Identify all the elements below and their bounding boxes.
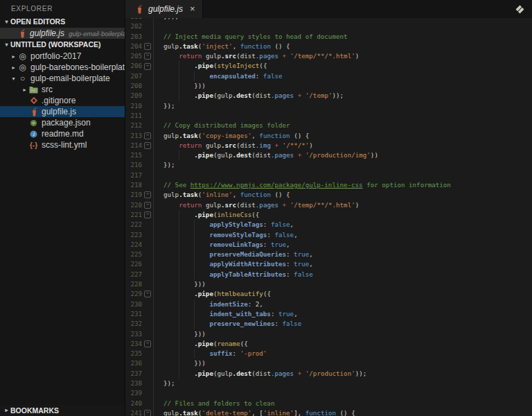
fold-gutter: −	[142, 131, 153, 141]
code-line[interactable]: 219−gulp.task('inline', function () {	[125, 190, 532, 200]
code-line[interactable]: 226 applyWidthAttributes: true,	[125, 259, 532, 269]
code-line[interactable]: 204−gulp.task('inject', function () {	[125, 42, 532, 51]
code-line[interactable]: 217	[125, 171, 532, 180]
fold-gutter	[142, 71, 153, 81]
fold-icon[interactable]: −	[144, 132, 151, 139]
fold-icon[interactable]: −	[144, 340, 151, 347]
open-editors-header[interactable]: ▾ OPEN EDITORS	[0, 16, 125, 28]
chevron-down-icon: ▾	[3, 39, 10, 51]
code-line[interactable]: 229− .pipe(htmlbeautify({	[125, 289, 532, 299]
code-line[interactable]: 207 encapsulated: false	[125, 71, 532, 81]
indent-guide	[179, 319, 179, 329]
code-line[interactable]: 220− return gulp.src(dist.pages + '/temp…	[125, 200, 532, 210]
tree-item-scss-lint-yml[interactable]: {-}scss-lint.yml	[0, 139, 125, 150]
workspace-header[interactable]: ▾ UNTITLED (WORKSPACE)	[0, 39, 125, 51]
tree-item-readme-md[interactable]: ireadme.md	[0, 128, 125, 139]
code-text: gulp.task('delete-temp', ['inline'], fun…	[153, 408, 532, 416]
code-line[interactable]: 213−gulp.task('copy-images', function ()…	[125, 131, 532, 141]
code-line[interactable]: 236 }))	[125, 358, 532, 368]
tab-gulpfile[interactable]: gulpfile.js ×	[125, 0, 203, 18]
chevron-right-icon[interactable]: ▸	[10, 53, 17, 60]
code-line[interactable]: 221− .pipe(inlineCss({	[125, 210, 532, 220]
fold-gutter: −	[142, 141, 153, 150]
tree-item-src[interactable]: ▸src	[0, 84, 125, 95]
code-line[interactable]: 235 suffix: '-prod'	[125, 349, 532, 358]
code-line[interactable]: 230 indentSize: 2,	[125, 300, 532, 309]
code-text: }))	[153, 279, 532, 289]
editor-actions	[515, 0, 532, 18]
code-line[interactable]: 216});	[125, 160, 532, 170]
indent-guide	[179, 150, 179, 160]
code-line[interactable]: 212// Copy distributed images folder	[125, 121, 532, 130]
fold-icon[interactable]: −	[144, 291, 151, 297]
tree-item-gulp-barebones-boilerplate[interactable]: ▸◎gulp-barebones-boilerplate	[0, 62, 125, 73]
code-line[interactable]: 208 }))	[125, 81, 532, 91]
fold-icon[interactable]: −	[144, 410, 151, 416]
code-line[interactable]: 223 removeStyleTags: false,	[125, 230, 532, 240]
fold-icon[interactable]: −	[144, 211, 151, 218]
indent-guide	[179, 300, 179, 309]
code-editor[interactable]: 201}));202203// Inject media query style…	[125, 18, 532, 416]
file-label: src	[42, 85, 53, 94]
line-number: 208	[125, 81, 142, 91]
line-number: 217	[125, 171, 142, 180]
chevron-down-icon[interactable]: ▾	[10, 76, 17, 82]
code-line[interactable]: 224 removeLinkTags: true,	[125, 240, 532, 250]
code-line[interactable]: 205− return gulp.src(dist.pages + '/temp…	[125, 51, 532, 61]
code-line[interactable]: 222 applyStyleTags: false,	[125, 220, 532, 229]
tree-item--gitignore[interactable]: .gitignore	[0, 95, 125, 106]
fold-icon[interactable]: −	[144, 142, 151, 149]
open-editor-item-gulpfile[interactable]: gulpfile.js gulp-email-boilerplate	[0, 28, 125, 39]
indent-guide	[194, 240, 195, 250]
code-line[interactable]: 237 .pipe(gulp.dest(dist.pages + '/produ…	[125, 369, 532, 379]
code-line[interactable]: 225 preserveMediaQueries: true,	[125, 250, 532, 259]
line-number: 212	[125, 121, 142, 130]
chevron-right-icon[interactable]: ▸	[10, 64, 17, 71]
code-line[interactable]: 231 indent_with_tabs: true,	[125, 309, 532, 319]
line-number: 224	[125, 240, 142, 250]
code-line[interactable]: 238});	[125, 379, 532, 388]
line-number: 218	[125, 180, 142, 190]
code-line[interactable]: 239	[125, 388, 532, 398]
bookmarks-header[interactable]: ▸ BOOKMARKS	[0, 405, 125, 416]
file-label: readme.md	[42, 129, 84, 139]
indent-guide	[179, 349, 179, 358]
code-line[interactable]: 234− .pipe(rename({	[125, 339, 532, 349]
fold-icon[interactable]: −	[144, 53, 151, 60]
code-line[interactable]: 227 applyTableAttributes: false	[125, 270, 532, 279]
fold-gutter: −	[142, 200, 153, 210]
fold-icon[interactable]: −	[144, 43, 151, 50]
code-lines: 201}));202203// Inject media query style…	[125, 18, 532, 416]
code-line[interactable]: 241−gulp.task('delete-temp', ['inline'],…	[125, 408, 532, 416]
fold-icon[interactable]: −	[144, 191, 151, 198]
code-line[interactable]: 240// Files and folders to clean	[125, 399, 532, 408]
code-line[interactable]: 202	[125, 21, 532, 31]
tree-item-gulpfile-js[interactable]: gulpfile.js	[0, 106, 125, 117]
fold-icon[interactable]: −	[144, 63, 151, 70]
indent-guide	[194, 71, 195, 81]
code-line[interactable]: 206− .pipe(styleInject({	[125, 61, 532, 71]
git-icon	[28, 96, 39, 105]
code-line[interactable]: 210});	[125, 101, 532, 111]
line-number: 219	[125, 190, 142, 200]
code-line[interactable]: 218// See https://www.npmjs.com/package/…	[125, 180, 532, 190]
close-icon[interactable]: ×	[190, 5, 195, 13]
code-line[interactable]: 203// Inject media query styles to head …	[125, 32, 532, 42]
indent-guide	[179, 329, 179, 339]
bookmarks-label: BOOKMARKS	[10, 405, 59, 416]
split-editor-icon[interactable]	[515, 5, 525, 14]
chevron-right-icon[interactable]: ▸	[21, 87, 28, 93]
tree-item-package-json[interactable]: package.json	[0, 117, 125, 128]
code-line[interactable]: 232 preserve_newlines: false	[125, 319, 532, 329]
fold-icon[interactable]: −	[144, 202, 151, 209]
tree-item-gulp-email-boilerplate[interactable]: ▾○gulp-email-boilerplate	[0, 73, 125, 84]
code-line[interactable]: 214− return gulp.src(dist.img + '/**/*')	[125, 141, 532, 150]
code-line[interactable]: 233 }))	[125, 329, 532, 339]
code-line[interactable]: 228 }))	[125, 279, 532, 289]
fold-gutter	[142, 279, 153, 289]
code-line[interactable]: 211	[125, 111, 532, 121]
code-line[interactable]: 209 .pipe(gulp.dest(dist.pages + '/temp'…	[125, 91, 532, 101]
repo-icon: ◎	[17, 64, 28, 71]
code-line[interactable]: 215 .pipe(gulp.dest(dist.pages + '/produ…	[125, 150, 532, 160]
tree-item-portfolio-2017[interactable]: ▸◎portfolio-2017	[0, 51, 125, 62]
